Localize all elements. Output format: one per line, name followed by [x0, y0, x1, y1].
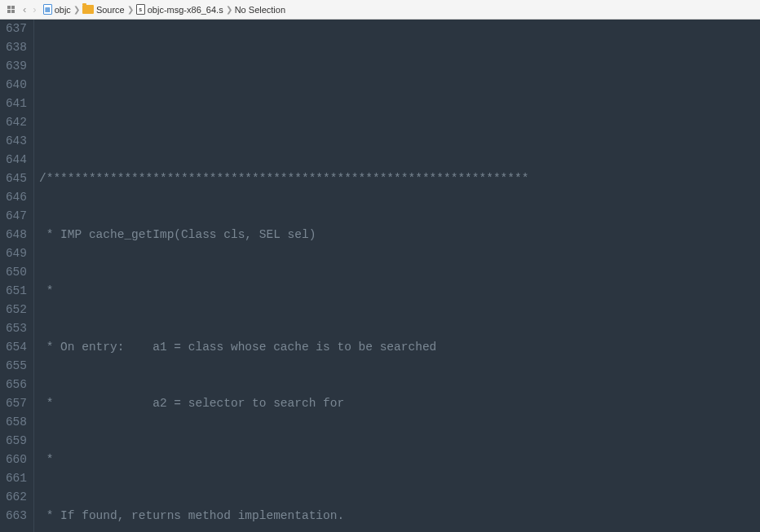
nav-back-button[interactable]: ‹ [20, 3, 29, 15]
chevron-right-icon: ❯ [125, 5, 136, 14]
line-number: 646 [3, 188, 27, 207]
chevron-right-icon: ❯ [223, 5, 235, 14]
nav-forward-button[interactable]: › [29, 3, 39, 15]
breadcrumb-project[interactable]: ▤ objc [43, 4, 71, 15]
line-number: 653 [3, 319, 27, 338]
line-number: 657 [3, 394, 27, 413]
assembly-file-icon: s [136, 4, 145, 15]
line-number: 650 [3, 263, 27, 282]
line-number: 640 [3, 76, 27, 95]
code-line: * [34, 282, 760, 301]
breadcrumb-folder[interactable]: Source [82, 5, 125, 15]
code-area[interactable]: /***************************************… [34, 20, 760, 532]
code-line: * If found, returns method implementatio… [34, 507, 760, 525]
line-number-gutter: 6376386396406416426436446456466476486496… [0, 20, 34, 532]
line-number: 645 [3, 169, 27, 188]
toolbar: ‹ › ▤ objc ❯ Source ❯ s objc-msg-x86_64.… [0, 0, 760, 20]
project-icon: ▤ [43, 4, 52, 15]
code-line [34, 113, 760, 132]
line-number: 641 [3, 95, 27, 113]
breadcrumb: ▤ objc ❯ Source ❯ s objc-msg-x86_64.s ❯ … [40, 4, 289, 15]
code-line: * On entry: a1 = class whose cache is to… [34, 338, 760, 357]
code-line: * a2 = selector to search for [34, 394, 760, 413]
line-number: 660 [3, 451, 27, 469]
line-number: 649 [3, 244, 27, 263]
line-number: 639 [3, 57, 27, 76]
breadcrumb-selection-label: No Selection [235, 5, 285, 15]
code-editor[interactable]: 6376386396406416426436446456466476486496… [0, 20, 760, 532]
code-line [34, 57, 760, 76]
line-number: 648 [3, 226, 27, 244]
breadcrumb-file-label: objc-msg-x86_64.s [148, 5, 223, 15]
line-number: 638 [3, 38, 27, 57]
line-number: 663 [3, 507, 27, 525]
related-items-icon[interactable] [3, 2, 18, 17]
folder-icon [82, 5, 94, 14]
code-line: * IMP cache_getImp(Class cls, SEL sel) [34, 226, 760, 244]
breadcrumb-selection[interactable]: No Selection [235, 5, 285, 15]
line-number: 658 [3, 413, 27, 432]
code-line: * [34, 451, 760, 469]
line-number: 654 [3, 338, 27, 357]
line-number: 643 [3, 132, 27, 151]
line-number: 655 [3, 357, 27, 376]
line-number: 647 [3, 207, 27, 226]
line-number: 642 [3, 113, 27, 132]
line-number: 656 [3, 376, 27, 394]
chevron-right-icon: ❯ [71, 5, 82, 14]
line-number: 662 [3, 488, 27, 507]
line-number: 637 [3, 20, 27, 38]
line-number: 652 [3, 301, 27, 319]
breadcrumb-project-label: objc [55, 5, 71, 15]
line-number: 644 [3, 151, 27, 169]
line-number: 661 [3, 469, 27, 488]
line-number: 659 [3, 432, 27, 451]
breadcrumb-folder-label: Source [96, 5, 125, 15]
line-number: 651 [3, 282, 27, 301]
code-line: /***************************************… [34, 169, 760, 188]
breadcrumb-file[interactable]: s objc-msg-x86_64.s [136, 4, 223, 15]
